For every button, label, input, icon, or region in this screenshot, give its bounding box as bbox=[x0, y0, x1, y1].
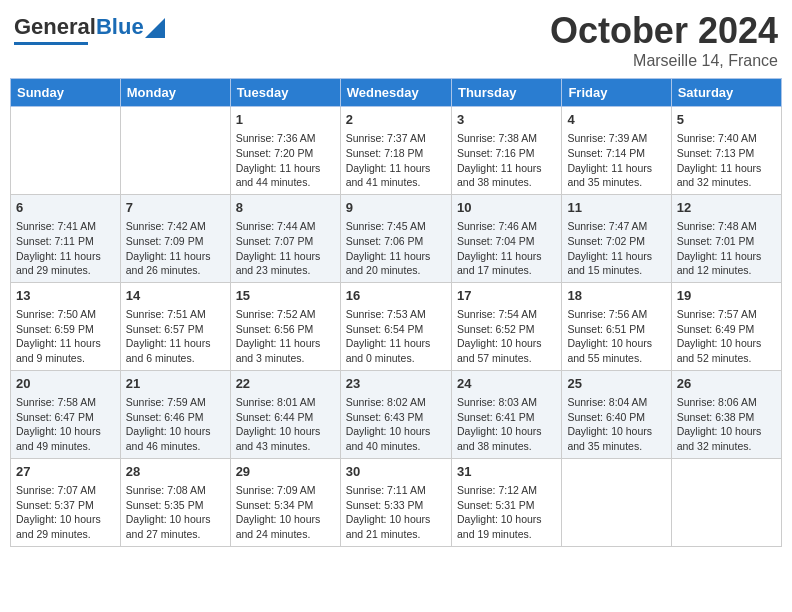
day-info: Sunrise: 7:07 AMSunset: 5:37 PMDaylight:… bbox=[16, 483, 115, 542]
day-info: Sunrise: 7:58 AMSunset: 6:47 PMDaylight:… bbox=[16, 395, 115, 454]
calendar-cell bbox=[120, 107, 230, 195]
day-info: Sunrise: 8:02 AMSunset: 6:43 PMDaylight:… bbox=[346, 395, 446, 454]
day-info: Sunrise: 7:08 AMSunset: 5:35 PMDaylight:… bbox=[126, 483, 225, 542]
header-tuesday: Tuesday bbox=[230, 79, 340, 107]
day-info: Sunrise: 8:01 AMSunset: 6:44 PMDaylight:… bbox=[236, 395, 335, 454]
calendar-cell: 2Sunrise: 7:37 AMSunset: 7:18 PMDaylight… bbox=[340, 107, 451, 195]
day-number: 10 bbox=[457, 199, 556, 217]
calendar-cell: 29Sunrise: 7:09 AMSunset: 5:34 PMDayligh… bbox=[230, 458, 340, 546]
page-subtitle: Marseille 14, France bbox=[550, 52, 778, 70]
calendar-cell: 7Sunrise: 7:42 AMSunset: 7:09 PMDaylight… bbox=[120, 194, 230, 282]
day-info: Sunrise: 7:46 AMSunset: 7:04 PMDaylight:… bbox=[457, 219, 556, 278]
day-number: 22 bbox=[236, 375, 335, 393]
calendar-cell: 21Sunrise: 7:59 AMSunset: 6:46 PMDayligh… bbox=[120, 370, 230, 458]
calendar-cell: 10Sunrise: 7:46 AMSunset: 7:04 PMDayligh… bbox=[451, 194, 561, 282]
header-sunday: Sunday bbox=[11, 79, 121, 107]
day-info: Sunrise: 8:04 AMSunset: 6:40 PMDaylight:… bbox=[567, 395, 665, 454]
day-info: Sunrise: 8:03 AMSunset: 6:41 PMDaylight:… bbox=[457, 395, 556, 454]
day-info: Sunrise: 7:50 AMSunset: 6:59 PMDaylight:… bbox=[16, 307, 115, 366]
calendar-cell: 12Sunrise: 7:48 AMSunset: 7:01 PMDayligh… bbox=[671, 194, 781, 282]
calendar-cell: 22Sunrise: 8:01 AMSunset: 6:44 PMDayligh… bbox=[230, 370, 340, 458]
day-info: Sunrise: 8:06 AMSunset: 6:38 PMDaylight:… bbox=[677, 395, 776, 454]
day-info: Sunrise: 7:38 AMSunset: 7:16 PMDaylight:… bbox=[457, 131, 556, 190]
day-number: 8 bbox=[236, 199, 335, 217]
day-number: 23 bbox=[346, 375, 446, 393]
calendar-cell: 20Sunrise: 7:58 AMSunset: 6:47 PMDayligh… bbox=[11, 370, 121, 458]
day-info: Sunrise: 7:47 AMSunset: 7:02 PMDaylight:… bbox=[567, 219, 665, 278]
day-info: Sunrise: 7:40 AMSunset: 7:13 PMDaylight:… bbox=[677, 131, 776, 190]
header-saturday: Saturday bbox=[671, 79, 781, 107]
day-info: Sunrise: 7:51 AMSunset: 6:57 PMDaylight:… bbox=[126, 307, 225, 366]
day-number: 24 bbox=[457, 375, 556, 393]
calendar-cell bbox=[671, 458, 781, 546]
calendar-cell: 3Sunrise: 7:38 AMSunset: 7:16 PMDaylight… bbox=[451, 107, 561, 195]
day-number: 21 bbox=[126, 375, 225, 393]
day-info: Sunrise: 7:56 AMSunset: 6:51 PMDaylight:… bbox=[567, 307, 665, 366]
day-info: Sunrise: 7:52 AMSunset: 6:56 PMDaylight:… bbox=[236, 307, 335, 366]
day-number: 31 bbox=[457, 463, 556, 481]
calendar-cell: 17Sunrise: 7:54 AMSunset: 6:52 PMDayligh… bbox=[451, 282, 561, 370]
logo-blue: Blue bbox=[96, 14, 144, 40]
day-info: Sunrise: 7:48 AMSunset: 7:01 PMDaylight:… bbox=[677, 219, 776, 278]
logo-arrow-icon bbox=[145, 18, 165, 38]
day-info: Sunrise: 7:39 AMSunset: 7:14 PMDaylight:… bbox=[567, 131, 665, 190]
calendar-cell: 9Sunrise: 7:45 AMSunset: 7:06 PMDaylight… bbox=[340, 194, 451, 282]
day-info: Sunrise: 7:45 AMSunset: 7:06 PMDaylight:… bbox=[346, 219, 446, 278]
calendar-cell: 1Sunrise: 7:36 AMSunset: 7:20 PMDaylight… bbox=[230, 107, 340, 195]
calendar-cell: 8Sunrise: 7:44 AMSunset: 7:07 PMDaylight… bbox=[230, 194, 340, 282]
day-number: 11 bbox=[567, 199, 665, 217]
calendar-cell: 16Sunrise: 7:53 AMSunset: 6:54 PMDayligh… bbox=[340, 282, 451, 370]
day-number: 18 bbox=[567, 287, 665, 305]
day-info: Sunrise: 7:59 AMSunset: 6:46 PMDaylight:… bbox=[126, 395, 225, 454]
day-number: 25 bbox=[567, 375, 665, 393]
calendar-cell: 4Sunrise: 7:39 AMSunset: 7:14 PMDaylight… bbox=[562, 107, 671, 195]
day-number: 16 bbox=[346, 287, 446, 305]
logo: General Blue bbox=[14, 14, 165, 45]
day-number: 2 bbox=[346, 111, 446, 129]
calendar-cell: 11Sunrise: 7:47 AMSunset: 7:02 PMDayligh… bbox=[562, 194, 671, 282]
calendar-cell bbox=[562, 458, 671, 546]
day-number: 28 bbox=[126, 463, 225, 481]
calendar-week-row: 1Sunrise: 7:36 AMSunset: 7:20 PMDaylight… bbox=[11, 107, 782, 195]
svg-marker-0 bbox=[145, 18, 165, 38]
calendar-cell: 5Sunrise: 7:40 AMSunset: 7:13 PMDaylight… bbox=[671, 107, 781, 195]
day-info: Sunrise: 7:41 AMSunset: 7:11 PMDaylight:… bbox=[16, 219, 115, 278]
calendar-week-row: 6Sunrise: 7:41 AMSunset: 7:11 PMDaylight… bbox=[11, 194, 782, 282]
day-number: 15 bbox=[236, 287, 335, 305]
calendar-table: SundayMondayTuesdayWednesdayThursdayFrid… bbox=[10, 78, 782, 547]
logo-general: General bbox=[14, 14, 96, 40]
day-number: 19 bbox=[677, 287, 776, 305]
day-number: 14 bbox=[126, 287, 225, 305]
day-number: 5 bbox=[677, 111, 776, 129]
calendar-header-row: SundayMondayTuesdayWednesdayThursdayFrid… bbox=[11, 79, 782, 107]
day-info: Sunrise: 7:44 AMSunset: 7:07 PMDaylight:… bbox=[236, 219, 335, 278]
calendar-cell: 13Sunrise: 7:50 AMSunset: 6:59 PMDayligh… bbox=[11, 282, 121, 370]
day-number: 9 bbox=[346, 199, 446, 217]
calendar-cell: 25Sunrise: 8:04 AMSunset: 6:40 PMDayligh… bbox=[562, 370, 671, 458]
day-info: Sunrise: 7:57 AMSunset: 6:49 PMDaylight:… bbox=[677, 307, 776, 366]
day-number: 12 bbox=[677, 199, 776, 217]
day-number: 4 bbox=[567, 111, 665, 129]
header-wednesday: Wednesday bbox=[340, 79, 451, 107]
day-info: Sunrise: 7:36 AMSunset: 7:20 PMDaylight:… bbox=[236, 131, 335, 190]
calendar-cell: 23Sunrise: 8:02 AMSunset: 6:43 PMDayligh… bbox=[340, 370, 451, 458]
day-info: Sunrise: 7:09 AMSunset: 5:34 PMDaylight:… bbox=[236, 483, 335, 542]
day-number: 27 bbox=[16, 463, 115, 481]
calendar-cell: 27Sunrise: 7:07 AMSunset: 5:37 PMDayligh… bbox=[11, 458, 121, 546]
calendar-cell: 15Sunrise: 7:52 AMSunset: 6:56 PMDayligh… bbox=[230, 282, 340, 370]
day-number: 17 bbox=[457, 287, 556, 305]
header-thursday: Thursday bbox=[451, 79, 561, 107]
page-title: October 2024 bbox=[550, 10, 778, 52]
calendar-cell: 26Sunrise: 8:06 AMSunset: 6:38 PMDayligh… bbox=[671, 370, 781, 458]
header-monday: Monday bbox=[120, 79, 230, 107]
calendar-week-row: 27Sunrise: 7:07 AMSunset: 5:37 PMDayligh… bbox=[11, 458, 782, 546]
day-number: 1 bbox=[236, 111, 335, 129]
calendar-cell: 6Sunrise: 7:41 AMSunset: 7:11 PMDaylight… bbox=[11, 194, 121, 282]
calendar-cell: 18Sunrise: 7:56 AMSunset: 6:51 PMDayligh… bbox=[562, 282, 671, 370]
day-info: Sunrise: 7:37 AMSunset: 7:18 PMDaylight:… bbox=[346, 131, 446, 190]
calendar-week-row: 20Sunrise: 7:58 AMSunset: 6:47 PMDayligh… bbox=[11, 370, 782, 458]
day-number: 20 bbox=[16, 375, 115, 393]
day-number: 3 bbox=[457, 111, 556, 129]
day-info: Sunrise: 7:42 AMSunset: 7:09 PMDaylight:… bbox=[126, 219, 225, 278]
day-number: 29 bbox=[236, 463, 335, 481]
